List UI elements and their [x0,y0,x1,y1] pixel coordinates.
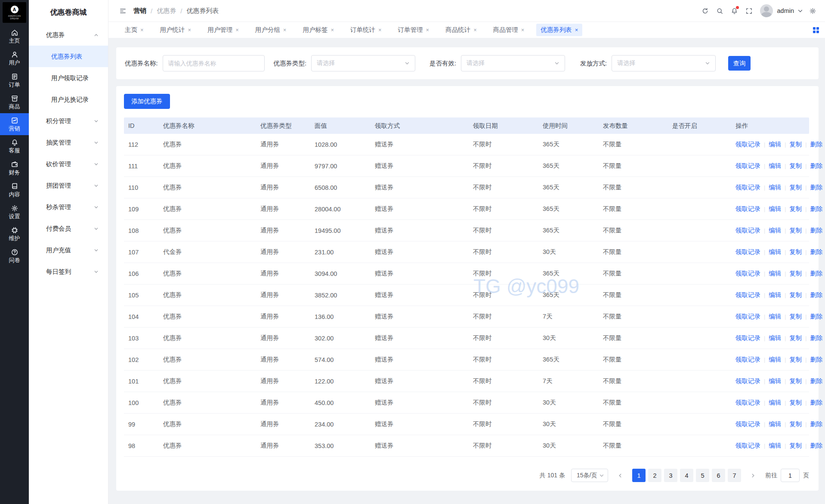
add-coupon-button[interactable]: 添加优惠券 [124,94,170,109]
copy-link[interactable]: 复制 [789,248,802,256]
delete-link[interactable]: 删除 [810,226,822,235]
coupon-name-input[interactable] [163,55,265,71]
rail-item-home[interactable]: 主页 [0,25,29,47]
close-tab-icon[interactable]: × [575,27,578,33]
delete-link[interactable]: 删除 [810,399,822,407]
copy-link[interactable]: 复制 [789,162,802,170]
tab[interactable]: 用户标签 × [298,24,338,36]
is-valid-select[interactable]: 请选择 [461,55,565,71]
tab[interactable]: 商品管理 × [489,24,529,36]
delete-link[interactable]: 删除 [810,356,822,364]
close-tab-icon[interactable]: × [140,27,144,33]
breadcrumb-root[interactable]: 营销 [133,7,146,15]
username[interactable]: admin [777,7,794,14]
submenu-item-11[interactable]: 每日签到 [29,261,108,282]
close-tab-icon[interactable]: × [235,27,239,33]
copy-link[interactable]: 复制 [789,291,802,299]
edit-link[interactable]: 编辑 [769,248,781,256]
claim-records-link[interactable]: 领取记录 [735,356,760,364]
delete-link[interactable]: 删除 [810,248,822,256]
claim-records-link[interactable]: 领取记录 [735,248,760,256]
claim-records-link[interactable]: 领取记录 [735,312,760,321]
copy-link[interactable]: 复制 [789,377,802,385]
claim-records-link[interactable]: 领取记录 [735,442,760,450]
rail-item-marketing[interactable]: 营销 [0,113,29,135]
rail-item-orders[interactable]: 订单 [0,69,29,91]
edit-link[interactable]: 编辑 [769,269,781,278]
tab[interactable]: 订单统计 × [346,24,386,36]
delete-link[interactable]: 删除 [810,140,822,148]
coupon-type-select[interactable]: 请选择 [311,55,415,71]
claim-records-link[interactable]: 领取记录 [735,420,760,428]
copy-link[interactable]: 复制 [789,399,802,407]
delete-link[interactable]: 删除 [810,291,822,299]
claim-records-link[interactable]: 领取记录 [735,205,760,213]
tab[interactable]: 用户统计 × [156,24,196,36]
rail-item-settings[interactable]: 设置 [0,201,29,223]
claim-records-link[interactable]: 领取记录 [735,226,760,235]
tab-options-grid-icon[interactable] [813,27,819,33]
claim-records-link[interactable]: 领取记录 [735,269,760,278]
rail-item-users[interactable]: 用户 [0,47,29,69]
copy-link[interactable]: 复制 [789,205,802,213]
delete-link[interactable]: 删除 [810,205,822,213]
rail-item-maintenance[interactable]: 维护 [0,223,29,245]
page-button-6[interactable]: 6 [712,469,725,482]
rail-item-support[interactable]: 客服 [0,135,29,157]
delete-link[interactable]: 删除 [810,312,822,321]
delete-link[interactable]: 删除 [810,162,822,170]
delete-link[interactable]: 删除 [810,420,822,428]
submenu-item-5[interactable]: 抽奖管理 [29,132,108,153]
claim-records-link[interactable]: 领取记录 [735,334,760,342]
claim-records-link[interactable]: 领取记录 [735,183,760,192]
copy-link[interactable]: 复制 [789,226,802,235]
submenu-item-7[interactable]: 拼团管理 [29,175,108,196]
search-icon[interactable] [714,4,726,17]
edit-link[interactable]: 编辑 [769,377,781,385]
copy-link[interactable]: 复制 [789,269,802,278]
tab[interactable]: 商品统计 × [441,24,481,36]
delete-link[interactable]: 删除 [810,334,822,342]
delete-link[interactable]: 删除 [810,442,822,450]
notifications-bell-icon[interactable] [728,4,741,17]
page-button-4[interactable]: 4 [680,469,693,482]
edit-link[interactable]: 编辑 [769,162,781,170]
edit-link[interactable]: 编辑 [769,442,781,450]
submenu-item-1[interactable]: 优惠券列表 [29,46,108,67]
tab[interactable]: 优惠券列表 × [536,24,582,36]
claim-records-link[interactable]: 领取记录 [735,399,760,407]
edit-link[interactable]: 编辑 [769,183,781,192]
delete-link[interactable]: 删除 [810,183,822,192]
edit-link[interactable]: 编辑 [769,205,781,213]
edit-link[interactable]: 编辑 [769,420,781,428]
tab[interactable]: 主页 × [121,24,148,36]
edit-link[interactable]: 编辑 [769,334,781,342]
issue-method-select[interactable]: 请选择 [612,55,716,71]
submenu-item-8[interactable]: 秒杀管理 [29,196,108,218]
tab[interactable]: 用户管理 × [203,24,243,36]
edit-link[interactable]: 编辑 [769,140,781,148]
tab[interactable]: 用户分组 × [251,24,291,36]
copy-link[interactable]: 复制 [789,334,802,342]
submenu-item-10[interactable]: 用户充值 [29,239,108,261]
submenu-item-9[interactable]: 付费会员 [29,218,108,239]
submenu-item-6[interactable]: 砍价管理 [29,153,108,175]
user-avatar[interactable] [760,4,773,17]
chevron-down-icon[interactable] [796,4,804,17]
claim-records-link[interactable]: 领取记录 [735,291,760,299]
rail-item-finance[interactable]: 财务 [0,157,29,179]
close-tab-icon[interactable]: × [331,27,334,33]
breadcrumb-middle[interactable]: 优惠券 [157,7,176,15]
close-tab-icon[interactable]: × [473,27,477,33]
close-tab-icon[interactable]: × [378,27,382,33]
edit-link[interactable]: 编辑 [769,291,781,299]
copy-link[interactable]: 复制 [789,356,802,364]
submenu-item-2[interactable]: 用户领取记录 [29,67,108,89]
claim-records-link[interactable]: 领取记录 [735,162,760,170]
delete-link[interactable]: 删除 [810,377,822,385]
rail-item-goods[interactable]: 商品 [0,91,29,113]
copy-link[interactable]: 复制 [789,140,802,148]
close-tab-icon[interactable]: × [283,27,287,33]
submenu-item-3[interactable]: 用户兑换记录 [29,89,108,110]
page-button-2[interactable]: 2 [648,469,661,482]
